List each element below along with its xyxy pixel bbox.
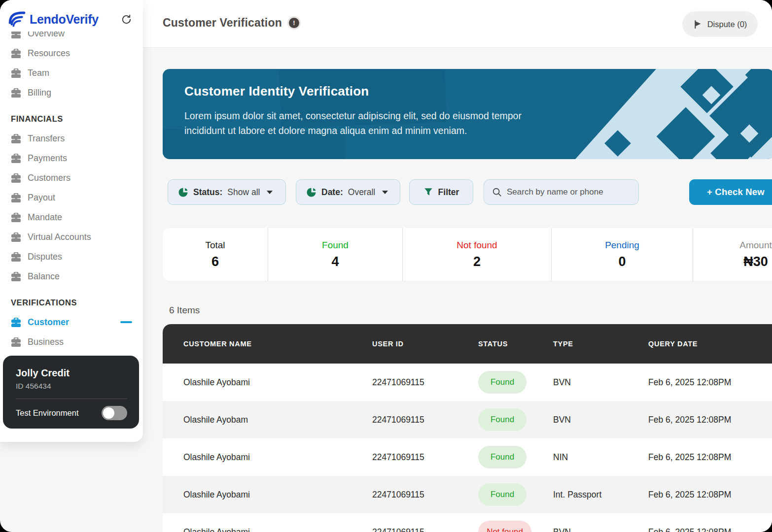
sidebar-item-disputes[interactable]: Disputes — [0, 247, 143, 266]
col-status: STATUS — [478, 340, 553, 348]
merchant-id: ID 456434 — [16, 382, 127, 391]
verification-table: CUSTOMER NAME USER ID STATUS TYPE QUERY … — [163, 324, 772, 532]
toggle-knob — [103, 407, 114, 419]
cell-query-date: Feb 6, 2025 12:08PM — [648, 415, 772, 425]
search-box — [484, 179, 639, 205]
sidebar-item-billing[interactable]: Billing — [0, 83, 143, 102]
briefcase-icon — [11, 272, 21, 281]
table-row[interactable]: Olashile Ayobami 22471069115 Not found B… — [163, 513, 772, 532]
table-row[interactable]: Olashile Ayobam 22471069115 Found BVN Fe… — [163, 401, 772, 438]
sidebar-item-virtual-accounts[interactable]: Virtual Accounts — [0, 227, 143, 247]
status-badge: Found — [478, 371, 526, 394]
hero-banner: Customer Identity Verification Lorem ips… — [163, 69, 772, 159]
stat-not-found-value: 2 — [473, 254, 481, 269]
briefcase-icon — [11, 173, 21, 183]
search-icon — [492, 187, 502, 197]
stat-pending-label: Pending — [605, 240, 639, 251]
dispute-button-label: Dispute (0) — [707, 20, 747, 29]
sidebar-item-business[interactable]: Business — [0, 332, 143, 352]
stat-amount-label: Amount — [739, 240, 772, 251]
logo-row: LendoVerify — [0, 0, 143, 32]
refresh-icon[interactable] — [121, 14, 132, 25]
stats-summary-card: Total 6 Found 4 Not found 2 Pending 0 Am… — [163, 228, 772, 281]
cell-customer-name: Olashile Ayobam — [183, 415, 372, 425]
table-header: CUSTOMER NAME USER ID STATUS TYPE QUERY … — [163, 324, 772, 364]
collapse-dash-icon[interactable] — [120, 321, 132, 324]
status-badge: Not found — [478, 521, 531, 532]
sidebar-item-label: Balance — [28, 271, 60, 282]
table-row[interactable]: Olashile Ayobami 22471069115 Found Int. … — [163, 476, 772, 513]
briefcase-icon — [11, 68, 21, 78]
sidebar-item-balance[interactable]: Balance — [0, 266, 143, 286]
test-environment-toggle[interactable] — [102, 406, 127, 420]
pie-chart-icon — [178, 187, 188, 198]
stat-total: Total 6 — [163, 228, 268, 281]
cell-query-date: Feb 6, 2025 12:08PM — [648, 490, 772, 500]
cell-user-id: 22471069115 — [372, 415, 478, 425]
briefcase-icon — [11, 233, 21, 242]
date-filter-label: Date: — [321, 187, 343, 198]
cell-type: NIN — [553, 452, 648, 463]
sidebar-item-label: Payout — [28, 193, 55, 203]
brand-name: LendoVerify — [30, 12, 99, 27]
cell-user-id: 22471069115 — [372, 490, 478, 500]
stat-found-value: 4 — [331, 254, 339, 269]
search-input[interactable] — [507, 187, 631, 197]
stat-amount: Amount ₦30 — [693, 228, 772, 281]
sidebar-item-label: Billing — [28, 88, 51, 98]
sidebar-item-team[interactable]: Team — [0, 63, 143, 83]
cell-type: Int. Passport — [553, 490, 648, 500]
app-window: Customer Verification ! Dispute (0) — [0, 0, 772, 532]
sidebar-item-transfers[interactable]: Transfers — [0, 129, 143, 148]
info-icon[interactable]: ! — [289, 18, 299, 28]
sidebar-item-payout[interactable]: Payout — [0, 188, 143, 207]
cell-query-date: Feb 6, 2025 12:08PM — [648, 377, 772, 388]
cell-customer-name: Olashile Ayobami — [183, 452, 372, 463]
sidebar-item-label: Resources — [28, 48, 70, 59]
filter-button-label: Filter — [438, 187, 459, 198]
status-filter-dropdown[interactable]: Status: Show all — [168, 179, 286, 205]
briefcase-icon — [11, 252, 21, 262]
sidebar-item-customers[interactable]: Customers — [0, 168, 143, 188]
table-row[interactable]: Olashile Ayobami 22471069115 Found BVN F… — [163, 364, 772, 401]
date-filter-dropdown[interactable]: Date: Overall — [296, 179, 400, 205]
briefcase-icon — [11, 154, 21, 163]
sidebar-item-resources[interactable]: Resources — [0, 43, 143, 63]
sidebar-item-payments[interactable]: Payments — [0, 148, 143, 168]
sidebar-item-label: Transfers — [28, 133, 65, 144]
sidebar-item-label: Virtual Accounts — [28, 232, 91, 242]
merchant-name: Jolly Credit — [16, 367, 127, 379]
cell-customer-name: Olashile Ayobami — [183, 377, 372, 388]
test-environment-label: Test Environment — [16, 408, 78, 418]
filter-button[interactable]: Filter — [409, 179, 473, 205]
sidebar-section-verifications: VERIFICATIONS — [0, 286, 143, 312]
status-badge: Found — [478, 483, 526, 506]
status-badge: Found — [478, 446, 526, 468]
date-filter-value: Overall — [348, 187, 375, 198]
stat-pending: Pending 0 — [551, 228, 693, 281]
sidebar-nav: Overview Resources Team Billing FINANCIA… — [0, 32, 143, 352]
sidebar-item-label: Disputes — [28, 252, 62, 262]
divider — [16, 399, 127, 399]
cell-user-id: 22471069115 — [372, 527, 478, 532]
sidebar-item-customer[interactable]: Customer — [0, 312, 143, 332]
briefcase-icon — [11, 49, 21, 58]
briefcase-icon — [11, 337, 21, 347]
cell-user-id: 22471069115 — [372, 377, 478, 388]
hero-description: Lorem ipsum dolor sit amet, consectetur … — [184, 108, 564, 138]
filter-row: Status: Show all Date: Overall Filter + — [163, 179, 772, 205]
briefcase-icon — [11, 213, 21, 222]
page-title: Customer Verification — [163, 16, 282, 30]
dispute-button[interactable]: Dispute (0) — [682, 11, 758, 37]
sidebar-item-mandate[interactable]: Mandate — [0, 207, 143, 227]
table-row[interactable]: Olashile Ayobami 22471069115 Found NIN F… — [163, 438, 772, 476]
sidebar-item-label: Customer — [28, 317, 69, 328]
merchant-card: Jolly Credit ID 456434 Test Environment — [3, 356, 139, 429]
check-new-button[interactable]: + Check New — [689, 179, 772, 205]
funnel-icon — [423, 187, 433, 197]
sidebar-item-label: Customers — [28, 173, 70, 183]
sidebar-item-label: Payments — [28, 153, 67, 164]
briefcase-icon — [11, 193, 21, 202]
pie-chart-icon — [306, 187, 316, 198]
check-new-button-label: + Check New — [707, 187, 765, 198]
